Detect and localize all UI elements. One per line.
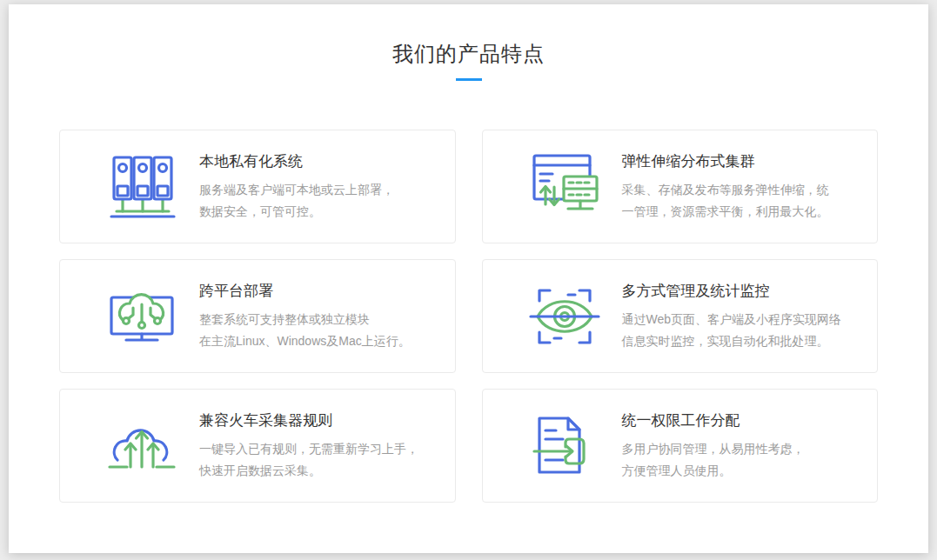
feature-grid: 本地私有化系统 服务端及客户端可本地或云上部署， 数据安全，可管可控。: [9, 130, 928, 503]
browser-scaling-icon: [526, 152, 603, 222]
card-title: 本地私有化系统: [199, 151, 394, 172]
card-description: 服务端及客户端可本地或云上部署， 数据安全，可管可控。: [199, 179, 394, 223]
card-description: 采集、存储及发布等服务弹性伸缩，统 一管理，资源需求平衡，利用最大化。: [622, 179, 829, 223]
features-section: 我们的产品特点: [9, 4, 928, 553]
feature-card: 兼容火车采集器规则 一键导入已有规则，无需重新学习上手， 快速开启数据云采集。: [59, 389, 456, 503]
card-title: 弹性伸缩分布式集群: [622, 151, 829, 172]
card-description: 一键导入已有规则，无需重新学习上手， 快速开启数据云采集。: [199, 438, 418, 482]
feature-card: 统一权限工作分配 多用户协同管理，从易用性考虑， 方便管理人员使用。: [482, 389, 879, 503]
cloud-circuit-monitor-icon: [104, 282, 180, 351]
card-title: 统一权限工作分配: [622, 410, 805, 431]
cloud-upload-icon: [104, 411, 180, 481]
card-description: 多用户协同管理，从易用性考虑， 方便管理人员使用。: [622, 438, 805, 482]
card-title: 多方式管理及统计监控: [622, 281, 842, 302]
feature-card: 本地私有化系统 服务端及客户端可本地或云上部署， 数据安全，可管可控。: [59, 130, 456, 243]
section-title: 我们的产品特点: [9, 39, 928, 68]
card-description: 通过Web页面、客户端及小程序实现网络 信息实时监控，实现自动化和批处理。: [622, 309, 842, 352]
card-title: 跨平台部署: [199, 281, 411, 302]
feature-card: 跨平台部署 整套系统可支持整体或独立模块 在主流Linux、Windows及Ma…: [59, 259, 456, 373]
card-title: 兼容火车采集器规则: [199, 410, 418, 431]
title-underline: [456, 78, 482, 81]
server-rack-icon: [104, 152, 180, 222]
eye-scan-icon: [526, 282, 603, 351]
card-description: 整套系统可支持整体或独立模块 在主流Linux、Windows及Mac上运行。: [199, 309, 411, 352]
feature-card: 弹性伸缩分布式集群 采集、存储及发布等服务弹性伸缩，统 一管理，资源需求平衡，利…: [482, 130, 879, 243]
document-export-icon: [526, 411, 603, 481]
feature-card: 多方式管理及统计监控 通过Web页面、客户端及小程序实现网络 信息实时监控，实现…: [482, 259, 879, 373]
